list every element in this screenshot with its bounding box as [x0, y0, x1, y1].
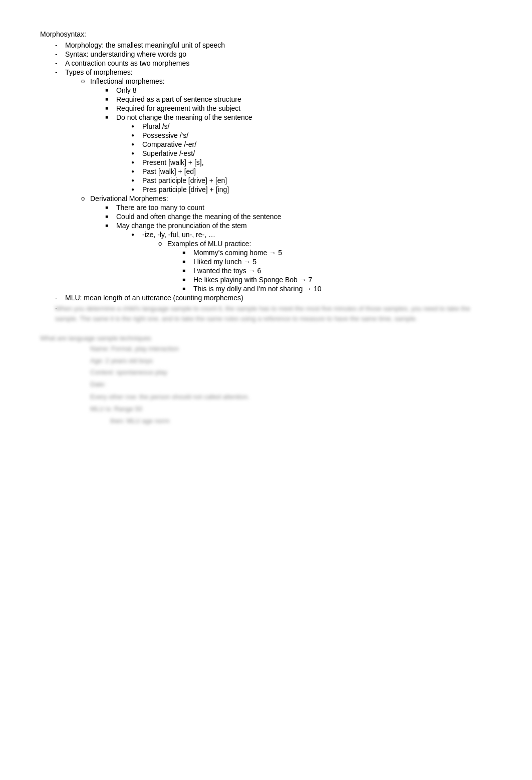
blurred-sub-item-3: then: MLU age norm [90, 416, 492, 427]
mlu-examples: Mommy's coming home → 5 I liked my lunch… [167, 249, 492, 293]
list-item-required-agreement: Required for agreement with the subject [105, 104, 492, 112]
blurred-section-list: Name: Formal, play interaction Age: 2 ye… [40, 344, 492, 390]
blurred-sub-item-2: MLU is: Range 50 [90, 404, 492, 415]
list-item-mlu: MLU: mean length of an utterance (counti… [55, 294, 492, 302]
bullet-past-participle: Past participle [drive] + [en] [131, 176, 492, 184]
bullet-plural: Plural /s/ [131, 122, 492, 130]
mlu-example-3: I wanted the toys → 6 [182, 267, 492, 275]
bullet-superlative: Superlative /-est/ [131, 149, 492, 157]
bullet-ize: -ize, -ly, -ful, un-, re-, … Examples of… [131, 231, 492, 293]
blurred-list-item-2: Age: 2 years old boys [60, 356, 492, 366]
list-item-empty: When you determine a child's language sa… [55, 304, 492, 323]
list-item-may-change: May change the pronunciation of the stem… [105, 222, 492, 293]
list-item-contraction: A contraction counts as two morphemes [55, 59, 492, 67]
bullet-past: Past [walk] + [ed] [131, 167, 492, 175]
mlu-example-4: He likes playing with Sponge Bob → 7 [182, 276, 492, 284]
bullet-comparative: Comparative /-er/ [131, 140, 492, 148]
list-item-derivational: Derivational Morphemes: There are too ma… [80, 194, 492, 293]
blurred-list-item-3: Context: spontaneous play [60, 367, 492, 378]
examples-mlu-list: Examples of MLU practice: Mommy's coming… [142, 240, 492, 293]
blurred-list-item-4: Date: [60, 379, 492, 390]
blurred-section: What are language sample techniques Name… [40, 333, 492, 426]
list-item-only8: Only 8 [105, 86, 492, 94]
inflectional-bullets: Plural /s/ Possessive /'s/ Comparative /… [116, 122, 492, 193]
blurred-sub-item-1: Every other row: the person should not c… [90, 392, 492, 403]
page-title: Morphosyntax: [40, 30, 492, 38]
list-item-do-not-change: Do not change the meaning of the sentenc… [105, 113, 492, 193]
types-list: Inflectional morphemes: Only 8 Required … [65, 77, 492, 293]
blurred-section-title: What are language sample techniques [40, 333, 492, 344]
list-item-types: Types of morphemes: Inflectional morphem… [55, 68, 492, 293]
blurred-paragraph: When you determine a child's language sa… [55, 304, 492, 323]
list-item-syntax: Syntax: understanding where words go [55, 50, 492, 58]
derivational-list: There are too many to count Could and of… [90, 204, 492, 293]
bullet-possessive: Possessive /'s/ [131, 131, 492, 139]
main-list: Morphology: the smallest meaningful unit… [40, 41, 492, 323]
list-item-inflectional: Inflectional morphemes: Only 8 Required … [80, 77, 492, 193]
blurred-sub-list: Every other row: the person should not c… [40, 392, 492, 426]
list-item-required-sentence: Required as a part of sentence structure [105, 95, 492, 103]
bullet-present: Present [walk] + [s], [131, 158, 492, 166]
list-item-could-change: Could and often change the meaning of th… [105, 213, 492, 221]
bullet-pres-participle: Pres participle [drive] + [ing] [131, 185, 492, 193]
inflectional-list: Only 8 Required as a part of sentence st… [90, 86, 492, 193]
derivational-bullets: -ize, -ly, -ful, un-, re-, … Examples of… [116, 231, 492, 293]
mlu-example-5: This is my dolly and I'm not sharing → 1… [182, 285, 492, 293]
list-item-morphology: Morphology: the smallest meaningful unit… [55, 41, 492, 49]
list-item-too-many: There are too many to count [105, 204, 492, 212]
mlu-example-1: Mommy's coming home → 5 [182, 249, 492, 257]
blurred-list-item-1: Name: Formal, play interaction [60, 344, 492, 354]
list-item-examples: Examples of MLU practice: Mommy's coming… [157, 240, 492, 293]
mlu-example-2: I liked my lunch → 5 [182, 258, 492, 266]
